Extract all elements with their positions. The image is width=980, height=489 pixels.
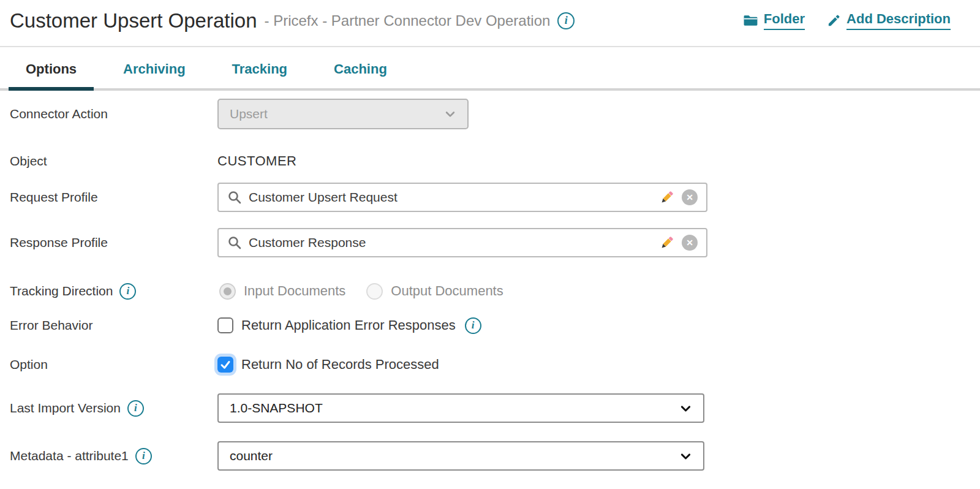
last-import-version-label: Last Import Version i xyxy=(0,400,217,417)
request-profile-input[interactable]: Customer Upsert Request ✕ xyxy=(217,183,707,212)
radio-output-documents: Output Documents xyxy=(366,283,503,300)
chevron-down-icon xyxy=(679,402,692,415)
error-behavior-checkbox-row: Return Application Error Responses i xyxy=(217,317,481,334)
error-behavior-checkbox[interactable] xyxy=(217,317,233,333)
response-profile-input[interactable]: Customer Response ✕ xyxy=(217,228,707,257)
metadata-attribute1-select[interactable]: counter xyxy=(217,441,704,471)
error-behavior-label: Error Behavior xyxy=(0,318,217,333)
last-import-version-label-text: Last Import Version xyxy=(10,401,121,415)
object-row: Object CUSTOMER xyxy=(0,152,980,170)
page-subtitle: - Pricefx - Partner Connector Dev Operat… xyxy=(265,12,551,29)
tracking-direction-label-text: Tracking Direction xyxy=(10,284,113,298)
tracking-direction-options: Input Documents Output Documents xyxy=(219,283,503,300)
error-behavior-row: Error Behavior Return Application Error … xyxy=(0,316,980,335)
metadata-attribute1-label-text: Metadata - attribute1 xyxy=(10,449,129,463)
tracking-direction-row: Tracking Direction i Input Documents Out… xyxy=(0,282,980,300)
object-label: Object xyxy=(0,154,217,169)
response-profile-label: Response Profile xyxy=(0,235,217,250)
folder-link-label: Folder xyxy=(764,11,805,30)
pencil-icon xyxy=(827,13,841,28)
info-icon[interactable]: i xyxy=(135,448,152,464)
clear-icon[interactable]: ✕ xyxy=(682,189,698,205)
folder-icon xyxy=(743,13,758,28)
search-icon xyxy=(227,235,242,250)
header-actions: Folder Add Description xyxy=(743,11,951,30)
last-import-version-value: 1.0-SNAPSHOT xyxy=(230,401,323,415)
radio-label: Output Documents xyxy=(391,283,503,299)
tab-archiving-label: Archiving xyxy=(123,61,185,77)
metadata-attribute1-row: Metadata - attribute1 i counter xyxy=(0,441,980,471)
tab-options-label: Options xyxy=(26,61,77,77)
radio-button xyxy=(219,283,236,300)
tab-caching[interactable]: Caching xyxy=(317,47,404,91)
option-label: Option xyxy=(0,357,217,372)
tracking-direction-label: Tracking Direction i xyxy=(0,283,217,300)
chevron-down-icon xyxy=(679,450,692,463)
page-header: Customer Upsert Operation - Pricefx - Pa… xyxy=(0,0,980,47)
tab-tracking-label: Tracking xyxy=(232,61,287,77)
edit-pencil-icon[interactable] xyxy=(659,189,675,205)
request-profile-label: Request Profile xyxy=(0,190,217,205)
option-row: Option Return No of Records Processed xyxy=(0,355,980,374)
error-behavior-checkbox-label: Return Application Error Responses xyxy=(241,317,456,333)
last-import-version-select[interactable]: 1.0-SNAPSHOT xyxy=(217,393,704,423)
add-description-label: Add Description xyxy=(846,11,951,30)
radio-label: Input Documents xyxy=(244,283,345,299)
response-profile-value: Customer Response xyxy=(249,235,366,250)
tab-archiving[interactable]: Archiving xyxy=(106,47,202,91)
metadata-attribute1-label: Metadata - attribute1 i xyxy=(0,448,217,464)
search-icon xyxy=(227,190,242,205)
request-profile-value: Customer Upsert Request xyxy=(249,190,398,205)
radio-button xyxy=(366,283,383,300)
info-icon[interactable]: i xyxy=(465,317,481,334)
page-title: Customer Upsert Operation xyxy=(10,9,257,32)
response-profile-row: Response Profile Customer Response ✕ xyxy=(0,228,980,257)
edit-pencil-icon[interactable] xyxy=(659,235,675,251)
chevron-down-icon xyxy=(444,108,456,120)
option-checkbox[interactable] xyxy=(217,357,233,373)
last-import-version-row: Last Import Version i 1.0-SNAPSHOT xyxy=(0,393,980,423)
connector-action-label: Connector Action xyxy=(0,107,217,121)
options-form: Connector Action Upsert Object CUSTOMER … xyxy=(0,91,980,471)
connector-action-value: Upsert xyxy=(230,107,268,121)
info-icon[interactable]: i xyxy=(127,400,144,417)
add-description-link[interactable]: Add Description xyxy=(827,11,951,30)
tab-options[interactable]: Options xyxy=(9,47,94,91)
folder-link[interactable]: Folder xyxy=(743,11,805,30)
object-value: CUSTOMER xyxy=(217,153,297,169)
radio-input-documents: Input Documents xyxy=(219,283,345,300)
option-checkbox-label: Return No of Records Processed xyxy=(241,357,439,373)
tab-caching-label: Caching xyxy=(334,61,387,77)
request-profile-row: Request Profile Customer Upsert Request … xyxy=(0,183,980,212)
tab-bar: Options Archiving Tracking Caching xyxy=(0,47,980,91)
clear-icon[interactable]: ✕ xyxy=(682,235,698,251)
metadata-attribute1-value: counter xyxy=(230,449,273,463)
option-checkbox-row: Return No of Records Processed xyxy=(217,357,439,373)
tab-tracking[interactable]: Tracking xyxy=(215,47,304,91)
info-icon[interactable]: i xyxy=(557,12,575,29)
connector-action-select: Upsert xyxy=(217,99,469,129)
info-icon[interactable]: i xyxy=(119,283,136,300)
connector-action-row: Connector Action Upsert xyxy=(0,99,980,129)
